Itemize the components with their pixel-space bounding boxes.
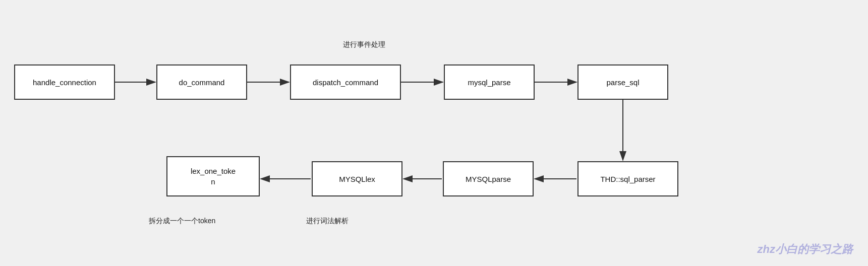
node-thd_sql_parser: THD::sql_parser (577, 161, 678, 196)
label-lex-token-label: 拆分成一个一个token (149, 217, 215, 226)
node-do_command: do_command (156, 64, 247, 100)
node-mysqlparse: MYSQLparse (443, 161, 534, 196)
node-dispatch_command: dispatch_command (290, 64, 401, 100)
label-event-handle-label: 进行事件处理 (343, 40, 385, 49)
arrows-svg (0, 0, 868, 266)
node-handle_connection: handle_connection (14, 64, 115, 100)
node-lex_one_token: lex_one_toke n (166, 156, 260, 196)
node-mysqllex: MYSQLlex (312, 161, 402, 196)
watermark: zhz小白的学习之路 (758, 242, 853, 257)
diagram-container: zhz小白的学习之路 handle_connectiondo_commanddi… (0, 0, 868, 266)
node-mysql_parse: mysql_parse (444, 64, 535, 100)
label-syntax-parse-label: 进行词法解析 (306, 217, 349, 226)
node-parse_sql: parse_sql (577, 64, 668, 100)
